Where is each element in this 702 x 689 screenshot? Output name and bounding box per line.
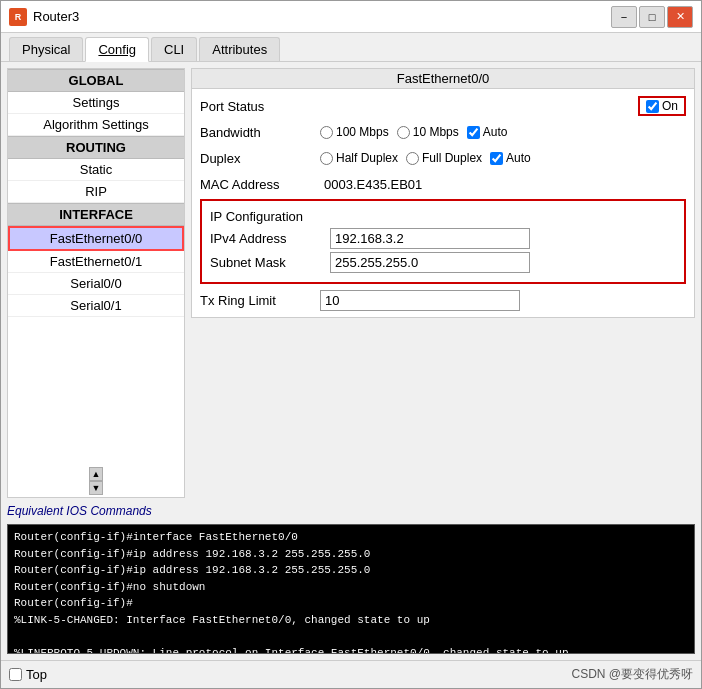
ipv4-row: IPv4 Address [210, 228, 676, 249]
status-bar: Top CSDN @要变得优秀呀 [1, 660, 701, 688]
console-line-0: Router(config-if)#interface FastEthernet… [14, 529, 688, 546]
svg-text:R: R [15, 12, 22, 22]
sidebar-section-interface: INTERFACE [8, 203, 184, 226]
bandwidth-10-radio[interactable] [397, 126, 410, 139]
minimize-button[interactable]: − [611, 6, 637, 28]
bandwidth-label: Bandwidth [200, 125, 320, 140]
duplex-auto-option: Auto [490, 151, 531, 165]
port-status-checkbox[interactable] [646, 100, 659, 113]
duplex-row: Duplex Half Duplex Full Duplex [200, 147, 686, 169]
tabs-bar: Physical Config CLI Attributes [1, 33, 701, 62]
console-line-4: Router(config-if)# [14, 595, 688, 612]
tab-attributes[interactable]: Attributes [199, 37, 280, 61]
duplex-controls: Half Duplex Full Duplex Auto [320, 151, 686, 165]
console-line-5: %LINK-5-CHANGED: Interface FastEthernet0… [14, 612, 688, 629]
ip-config-label: IP Configuration [210, 207, 676, 228]
bandwidth-row: Bandwidth 100 Mbps 10 Mbps [200, 121, 686, 143]
sidebar-scroll: GLOBAL Settings Algorithm Settings ROUTI… [8, 69, 184, 465]
main-content: GLOBAL Settings Algorithm Settings ROUTI… [1, 62, 701, 504]
tab-config[interactable]: Config [85, 37, 149, 62]
duplex-half-label: Half Duplex [336, 151, 398, 165]
sidebar-item-serial0-1[interactable]: Serial0/1 [8, 295, 184, 317]
console-line-3: Router(config-if)#no shutdown [14, 579, 688, 596]
top-checkbox[interactable] [9, 668, 22, 681]
bandwidth-100-radio[interactable] [320, 126, 333, 139]
bandwidth-100-label: 100 Mbps [336, 125, 389, 139]
scroll-up-arrow[interactable]: ▲ [89, 467, 103, 481]
sidebar-item-settings[interactable]: Settings [8, 92, 184, 114]
right-panel: FastEthernet0/0 Port Status On [191, 68, 695, 498]
sidebar-item-rip[interactable]: RIP [8, 181, 184, 203]
ipv4-input[interactable] [330, 228, 530, 249]
console-box[interactable]: Router(config-if)#interface FastEthernet… [7, 524, 695, 654]
duplex-full-option: Full Duplex [406, 151, 482, 165]
sidebar-item-fastethernet0-0[interactable]: FastEthernet0/0 [8, 226, 184, 251]
port-status-controls: On [320, 96, 686, 116]
tab-cli[interactable]: CLI [151, 37, 197, 61]
sidebar-item-algorithm-settings[interactable]: Algorithm Settings [8, 114, 184, 136]
window-controls: − □ ✕ [611, 6, 693, 28]
port-status-on-button[interactable]: On [638, 96, 686, 116]
sidebar-item-serial0-0[interactable]: Serial0/0 [8, 273, 184, 295]
bandwidth-100-option: 100 Mbps [320, 125, 389, 139]
scroll-down-arrow[interactable]: ▼ [89, 481, 103, 495]
close-button[interactable]: ✕ [667, 6, 693, 28]
tx-input[interactable] [320, 290, 520, 311]
watermark: CSDN @要变得优秀呀 [571, 666, 693, 683]
sidebar-scroll-arrows: ▲ ▼ [8, 465, 184, 497]
top-label: Top [26, 667, 47, 682]
duplex-auto-checkbox[interactable] [490, 152, 503, 165]
bandwidth-auto-label: Auto [483, 125, 508, 139]
ipv4-label: IPv4 Address [210, 231, 330, 246]
duplex-half-option: Half Duplex [320, 151, 398, 165]
tx-row: Tx Ring Limit [200, 290, 686, 311]
port-status-row: Port Status On [200, 95, 686, 117]
duplex-full-label: Full Duplex [422, 151, 482, 165]
maximize-button[interactable]: □ [639, 6, 665, 28]
subnet-row: Subnet Mask [210, 252, 676, 273]
bandwidth-auto-option: Auto [467, 125, 508, 139]
duplex-label: Duplex [200, 151, 320, 166]
console-line-1: Router(config-if)#ip address 192.168.3.2… [14, 546, 688, 563]
tx-label: Tx Ring Limit [200, 293, 320, 308]
subnet-input[interactable] [330, 252, 530, 273]
app-icon: R [9, 8, 27, 26]
duplex-half-radio[interactable] [320, 152, 333, 165]
title-bar: R Router3 − □ ✕ [1, 1, 701, 33]
port-status-label: Port Status [200, 99, 320, 114]
bandwidth-10-option: 10 Mbps [397, 125, 459, 139]
console-line-7: %LINEPROTO-5-UPDOWN: Line protocol on In… [14, 645, 688, 655]
window-title: Router3 [33, 9, 605, 24]
panel-body: Port Status On Bandwidth [192, 89, 694, 317]
top-checkbox-group: Top [9, 667, 47, 682]
equiv-label: Equivalent IOS Commands [7, 504, 695, 518]
main-window: R Router3 − □ ✕ Physical Config CLI Attr… [0, 0, 702, 689]
sidebar: GLOBAL Settings Algorithm Settings ROUTI… [7, 68, 185, 498]
ip-config-section: IP Configuration IPv4 Address Subnet Mas… [200, 199, 686, 284]
sidebar-item-fastethernet0-1[interactable]: FastEthernet0/1 [8, 251, 184, 273]
mac-value: 0003.E435.EB01 [324, 177, 422, 192]
tab-physical[interactable]: Physical [9, 37, 83, 61]
bandwidth-auto-checkbox[interactable] [467, 126, 480, 139]
mac-label: MAC Address [200, 177, 320, 192]
console-line-6 [14, 628, 688, 645]
duplex-full-radio[interactable] [406, 152, 419, 165]
on-label: On [662, 99, 678, 113]
bandwidth-controls: 100 Mbps 10 Mbps Auto [320, 125, 686, 139]
sidebar-section-routing: ROUTING [8, 136, 184, 159]
mac-row: MAC Address 0003.E435.EB01 [200, 173, 686, 195]
sidebar-item-static[interactable]: Static [8, 159, 184, 181]
sidebar-section-global: GLOBAL [8, 69, 184, 92]
status-left: Top [9, 667, 47, 682]
duplex-auto-label: Auto [506, 151, 531, 165]
subnet-label: Subnet Mask [210, 255, 330, 270]
interface-panel: FastEthernet0/0 Port Status On [191, 68, 695, 318]
bottom-area: Equivalent IOS Commands Router(config-if… [1, 504, 701, 660]
console-line-2: Router(config-if)#ip address 192.168.3.2… [14, 562, 688, 579]
panel-title: FastEthernet0/0 [192, 69, 694, 89]
bandwidth-10-label: 10 Mbps [413, 125, 459, 139]
